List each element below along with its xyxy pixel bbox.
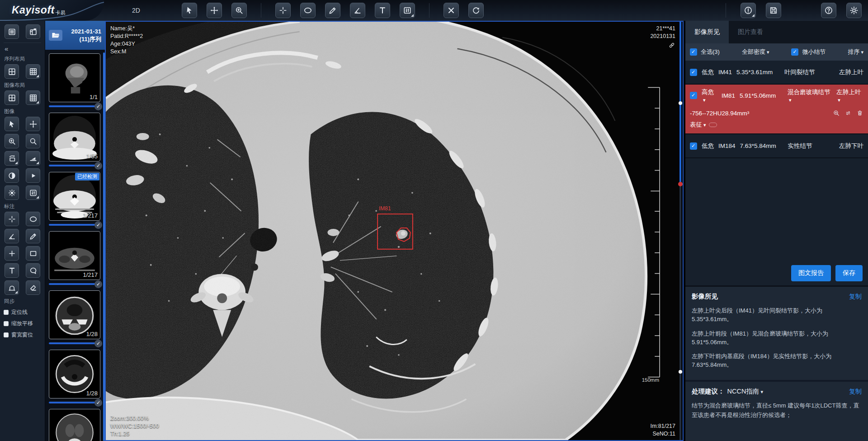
tab-image-view[interactable]: 图片查看	[729, 21, 772, 43]
settings-button[interactable]	[846, 3, 862, 18]
sort-dropdown[interactable]: 排序	[848, 48, 863, 56]
link-icon[interactable]	[668, 42, 675, 51]
anno-eraser-button[interactable]	[26, 280, 40, 295]
compare-swap-icon[interactable]	[844, 109, 852, 117]
anno-arch-button[interactable]	[5, 280, 19, 295]
help-button[interactable]	[821, 3, 836, 18]
nodule-checkbox[interactable]	[690, 69, 697, 76]
report-button[interactable]: 图文报告	[791, 265, 831, 281]
sb-pan-button[interactable]	[26, 117, 40, 131]
nodule-checkbox[interactable]	[690, 92, 697, 99]
text-tool-button[interactable]	[375, 3, 390, 18]
measure-tool-button[interactable]	[325, 3, 340, 18]
anno-bubble-button[interactable]	[26, 263, 40, 278]
checkbox-label: 缩放平移	[11, 320, 33, 327]
zoom-tool-button[interactable]	[231, 3, 247, 18]
sb-cursor-button[interactable]	[5, 117, 19, 131]
copy-findings-link[interactable]: 复制	[849, 293, 862, 301]
thumbnail-series-7[interactable]	[49, 409, 100, 441]
checkbox-unchecked[interactable]	[4, 321, 9, 326]
feature-toggle[interactable]	[709, 123, 717, 127]
thumbnail-scout[interactable]: 1/1	[49, 53, 100, 109]
delete-annotation-button[interactable]	[443, 3, 459, 18]
anno-rect-button[interactable]	[26, 246, 40, 261]
angle-tool-button[interactable]	[350, 3, 365, 18]
series-grid-3x3-button[interactable]	[26, 64, 40, 79]
save-button[interactable]	[766, 3, 781, 18]
nodule-size: 5.91*5.06mm	[740, 92, 783, 99]
micro-nodule-checkbox[interactable]	[791, 48, 798, 56]
tab-findings[interactable]: 影像所见	[685, 21, 729, 43]
nodule-row-im184[interactable]: 低危 IM184 7.63*5.84mm 实性结节 左肺下叶	[685, 134, 868, 158]
guideline-dropdown[interactable]: NCCN指南	[727, 387, 763, 396]
slider-marker-top[interactable]	[679, 101, 682, 105]
thumbnail-progress	[49, 105, 98, 107]
slider-marker-bottom[interactable]	[679, 370, 682, 374]
series-thumbnail-strip: 2021-01-31 (11)序列 1/1 1/55 已经检测 1/217 1/…	[45, 21, 105, 441]
reset-button[interactable]	[468, 3, 484, 18]
thumbnail-series-5[interactable]: 1/28	[49, 290, 100, 346]
study-date-header[interactable]: 2021-01-31 (11)序列	[45, 21, 105, 50]
density-filter-dropdown[interactable]: 全部密度	[742, 48, 769, 56]
sync-localizer-checkbox[interactable]: 定位线	[4, 308, 41, 316]
nodule-checkbox[interactable]	[690, 142, 697, 150]
main-viewport[interactable]: Name:吴* Patid:R*****2 Age:043Y Sex:M 21*…	[105, 21, 684, 441]
pan-tool-button[interactable]	[207, 3, 222, 18]
anno-angle-button[interactable]	[5, 229, 19, 243]
thumbnail-series-6[interactable]: 1/28	[49, 350, 100, 405]
thumbnail-series-3-detected[interactable]: 已经检测 1/217	[49, 172, 100, 227]
sync-zoom-pan-checkbox[interactable]: 缩放平移	[4, 320, 41, 327]
sb-zoom-in-button[interactable]	[5, 134, 19, 148]
select-all-checkbox[interactable]	[690, 48, 697, 56]
anno-text-button[interactable]	[5, 263, 19, 278]
sb-rotate-button[interactable]	[5, 151, 19, 166]
series-panel-toggle-button[interactable]	[5, 24, 19, 39]
collapse-sidebar-button[interactable]: «	[4, 43, 41, 52]
sb-brightness-button[interactable]	[5, 185, 19, 200]
window-level-tool-button[interactable]	[400, 3, 415, 18]
nodule-type-dropdown[interactable]: 混合磨玻璃结节	[788, 88, 832, 103]
ct-image[interactable]	[106, 22, 683, 440]
save-report-button[interactable]: 保存	[835, 265, 863, 281]
sb-play-button[interactable]	[26, 168, 40, 183]
gear-icon	[849, 6, 859, 15]
anno-crosshair-button[interactable]	[5, 212, 19, 226]
slider-current-handle[interactable]	[678, 182, 683, 186]
thumbnail-progress	[49, 165, 98, 166]
locate-zoom-icon[interactable]	[833, 109, 840, 117]
sb-flip-button[interactable]	[26, 151, 40, 166]
nodule-row-im81-selected[interactable]: 高危 IM81 5.91*5.06mm 混合磨玻璃结节 左肺上叶 -756--7…	[685, 85, 868, 134]
risk-level-dropdown[interactable]: 高危	[702, 88, 717, 103]
speech-bubble-icon	[29, 266, 38, 275]
image-index: Im:81/217	[650, 422, 675, 430]
accession-number: 21***41	[650, 25, 675, 33]
sync-window-checkbox[interactable]: 窗宽窗位	[4, 331, 41, 339]
ellipse-tool-button[interactable]	[300, 3, 316, 18]
image-grid-2x2-button[interactable]	[5, 90, 19, 105]
image-grid-3x3-button[interactable]	[26, 90, 40, 105]
contrast-icon	[8, 171, 16, 180]
anno-ellipse-button[interactable]	[26, 212, 40, 226]
thumbnail-series-2[interactable]: 1/55	[49, 113, 100, 168]
cursor-tool-button[interactable]	[182, 3, 197, 18]
anno-plus-button[interactable]	[5, 246, 19, 261]
report-alert-button[interactable]	[741, 3, 756, 18]
thumbnail-series-4[interactable]: 1/217	[49, 231, 100, 286]
sb-window-level-button[interactable]	[26, 185, 40, 200]
nodule-location-dropdown[interactable]: 左肺上叶	[836, 88, 863, 103]
anno-pencil-button[interactable]	[26, 229, 40, 243]
crosshair-tool-button[interactable]	[275, 3, 291, 18]
series-grid-2x2-button[interactable]	[5, 64, 19, 79]
copy-advice-link[interactable]: 复制	[849, 388, 862, 396]
layout-panel-toggle-button[interactable]	[26, 24, 40, 39]
checkbox-unchecked[interactable]	[4, 310, 9, 315]
patient-age: Age:043Y	[110, 40, 143, 48]
checkbox-unchecked[interactable]	[4, 332, 9, 337]
trash-icon[interactable]	[856, 109, 863, 117]
patient-id: Patid:R*****2	[110, 33, 143, 40]
sb-invert-button[interactable]	[5, 168, 19, 183]
feature-dropdown[interactable]: 表征	[690, 121, 706, 129]
nodule-row-im41[interactable]: 低危 IM41 5.35*3.61mm 叶间裂结节 左肺上叶	[685, 61, 868, 85]
sb-magnify-button[interactable]	[26, 134, 40, 148]
slice-slider[interactable]	[678, 22, 683, 440]
